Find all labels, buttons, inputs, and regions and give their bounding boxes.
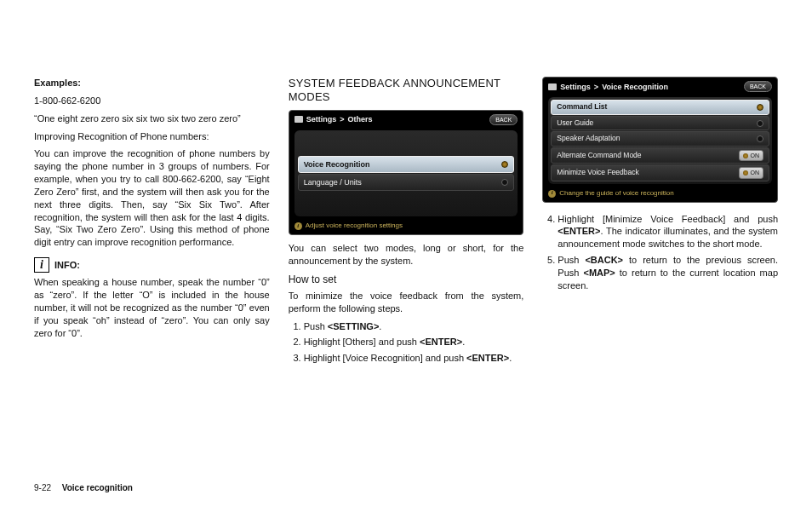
row-minimize-voice-feedback[interactable]: Minimize Voice Feedback ON — [551, 164, 769, 181]
step-5: Push <BACK> to return to the previous sc… — [558, 254, 778, 292]
page-number: 9-22 — [34, 483, 51, 492]
step-3: Highlight [Voice Recognition] and push <… — [304, 352, 524, 365]
info-label: INFO: — [54, 259, 80, 272]
breadcrumb-leaf: Voice Recognition — [602, 82, 668, 92]
columns: Examples: 1-800-662-6200 “One eight zero… — [34, 77, 778, 368]
breadcrumb-sep: > — [340, 114, 344, 124]
screenshot-header: Settings > Voice Recognition BACK — [548, 81, 772, 92]
row-voice-recognition[interactable]: Voice Recognition — [298, 156, 515, 173]
back-button[interactable]: BACK — [744, 81, 772, 92]
screenshot-panel: Voice Recognition Language / Units — [294, 130, 518, 216]
row-speaker-adaptation[interactable]: Speaker Adaptation — [551, 131, 769, 146]
on-toggle[interactable]: ON — [739, 150, 764, 161]
step-2: Highlight [Others] and push <ENTER>. — [304, 336, 524, 348]
section-heading: SYSTEM FEEDBACK ANNOUNCEMENT MODES — [289, 77, 524, 105]
screenshot-panel: Command List User Guide Speaker Adaptati… — [548, 97, 772, 183]
step-4: Highlight [Minimize Voice Feedback] and … — [558, 213, 778, 251]
screenshot-breadcrumb: Settings > Voice Recognition — [548, 82, 668, 92]
info-body: When speaking a house number, speak the … — [34, 276, 270, 339]
examples-heading: Examples: — [34, 77, 270, 89]
book-icon — [548, 83, 557, 90]
row-label: Speaker Adaptation — [557, 134, 620, 143]
row-indicator-icon — [757, 104, 763, 111]
improving-body: You can improve the recognition of phone… — [34, 147, 270, 249]
steps-list-a: Push <SETTING>. Highlight [Others] and p… — [289, 320, 524, 365]
row-command-list[interactable]: Command List — [551, 100, 769, 114]
column-1: Examples: 1-800-662-6200 “One eight zero… — [34, 77, 270, 368]
row-label: Command List — [557, 102, 607, 112]
row-label: User Guide — [557, 118, 593, 128]
manual-page: Examples: 1-800-662-6200 “One eight zero… — [0, 0, 812, 518]
step-1: Push <SETTING>. — [304, 320, 524, 333]
how-to-set-intro: To minimize the voice feedback from the … — [289, 290, 524, 315]
row-language-units[interactable]: Language / Units — [298, 174, 515, 191]
info-callout: i INFO: — [34, 257, 270, 273]
section-title: Voice recognition — [62, 483, 133, 492]
row-label: Language / Units — [304, 177, 362, 187]
toggle-dot-icon — [743, 170, 748, 176]
page-footer: 9-22 Voice recognition — [34, 483, 133, 492]
hint-text: Adjust voice recognition settings — [306, 222, 403, 231]
hint-text: Change the guide of voice recognition — [559, 189, 673, 199]
toggle-dot-icon — [743, 153, 748, 158]
example-phone-number: 1-800-662-6200 — [34, 95, 270, 107]
breadcrumb-root: Settings — [560, 82, 591, 92]
info-icon: i — [34, 257, 49, 273]
steps-list-b: Highlight [Minimize Voice Feedback] and … — [542, 213, 778, 292]
modes-description: You can select two modes, long or short,… — [289, 242, 524, 268]
row-alternate-command-mode[interactable]: Alternate Command Mode ON — [551, 147, 769, 164]
hint-info-icon: i — [294, 222, 302, 230]
column-3: Settings > Voice Recognition BACK Comman… — [542, 77, 778, 368]
improving-title: Improving Recognition of Phone numbers: — [34, 130, 270, 143]
row-indicator-icon — [501, 179, 508, 186]
screenshot-settings-others: Settings > Others BACK Voice Recognition… — [289, 110, 524, 236]
row-indicator-icon — [501, 161, 508, 168]
example-phone-spoken: “One eight zero zero six six two six two… — [34, 112, 270, 125]
row-label: Voice Recognition — [304, 159, 370, 170]
screenshot-voice-recognition: Settings > Voice Recognition BACK Comman… — [542, 77, 778, 203]
row-label: Minimize Voice Feedback — [557, 168, 638, 177]
column-2: SYSTEM FEEDBACK ANNOUNCEMENT MODES Setti… — [289, 77, 524, 368]
screenshot-breadcrumb: Settings > Others — [294, 114, 373, 124]
back-button[interactable]: BACK — [489, 114, 518, 125]
row-indicator-icon — [757, 135, 763, 142]
breadcrumb-sep: > — [594, 82, 598, 92]
screenshot-hint: i Adjust voice recognition settings — [294, 222, 518, 231]
row-indicator-icon — [757, 120, 763, 127]
row-label: Alternate Command Mode — [557, 151, 641, 160]
hint-info-icon: i — [548, 190, 556, 198]
screenshot-hint: i Change the guide of voice recognition — [548, 189, 772, 199]
book-icon — [294, 116, 303, 123]
on-toggle[interactable]: ON — [739, 167, 764, 178]
breadcrumb-root: Settings — [306, 114, 337, 124]
how-to-set-heading: How to set — [289, 273, 524, 286]
screenshot-header: Settings > Others BACK — [294, 114, 518, 125]
breadcrumb-leaf: Others — [347, 114, 372, 124]
row-user-guide[interactable]: User Guide — [551, 116, 769, 130]
